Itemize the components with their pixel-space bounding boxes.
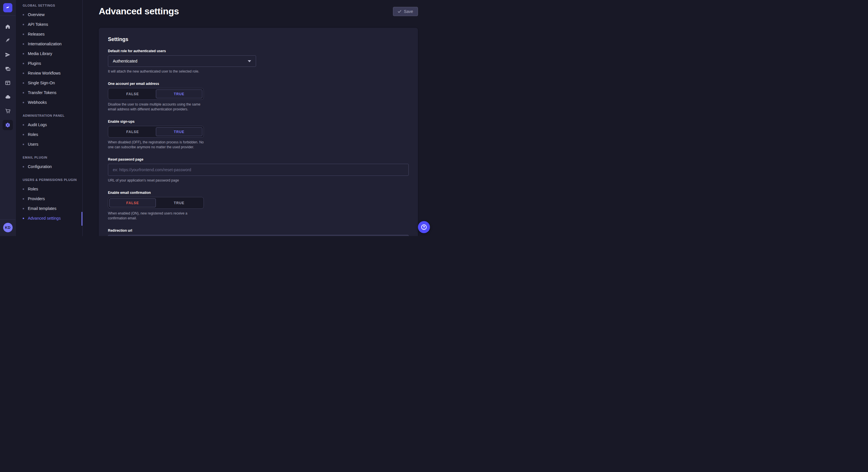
sidebar-item-configuration[interactable]: Configuration bbox=[23, 162, 82, 171]
sidebar-item-label: Users bbox=[28, 142, 38, 146]
main-nav-strip: KD bbox=[0, 0, 16, 236]
subnav-section-users-permissions-plugin: USERS & PERMISSIONS PLUGINRolesProviders… bbox=[23, 178, 82, 223]
sidebar-item-roles[interactable]: Roles bbox=[23, 130, 82, 139]
marketplace-cart-icon[interactable] bbox=[3, 106, 13, 116]
question-mark-icon bbox=[421, 224, 427, 231]
sidebar-item-label: Roles bbox=[28, 187, 38, 191]
sidebar-item-providers[interactable]: Providers bbox=[23, 194, 82, 204]
field-label: Default role for authenticated users bbox=[108, 49, 409, 53]
sidebar-item-label: Providers bbox=[28, 196, 45, 201]
page-header: Advanced settings Save bbox=[83, 0, 434, 16]
sidebar-item-email-templates[interactable]: Email templates bbox=[23, 204, 82, 213]
user-avatar[interactable]: KD bbox=[3, 223, 12, 232]
sidebar-item-label: Single Sign-On bbox=[28, 80, 55, 85]
sidebar-item-label: Plugins bbox=[28, 61, 41, 66]
sidebar-item-internationalization[interactable]: Internationalization bbox=[23, 39, 82, 49]
redirection-url-input[interactable] bbox=[108, 235, 409, 236]
subnav-section-email-plugin: EMAIL PLUGINConfiguration bbox=[23, 156, 82, 171]
one-account-toggle[interactable]: FALSE TRUE bbox=[108, 88, 204, 100]
main-content: Advanced settings Save Settings Default … bbox=[83, 0, 434, 236]
field-hint: URL of your application's reset password… bbox=[108, 178, 409, 183]
field-redirection-url: Redirection url bbox=[108, 229, 409, 236]
media-library-icon[interactable] bbox=[3, 64, 13, 74]
toggle-true-option[interactable]: TRUE bbox=[156, 127, 203, 136]
bullet-icon bbox=[23, 43, 24, 45]
help-button[interactable] bbox=[418, 221, 430, 233]
select-value: Authenticated bbox=[113, 59, 137, 63]
toggle-false-option[interactable]: FALSE bbox=[110, 127, 156, 136]
sign-ups-toggle[interactable]: FALSE TRUE bbox=[108, 126, 204, 138]
bullet-icon bbox=[23, 82, 24, 84]
feather-icon[interactable] bbox=[3, 36, 13, 46]
bullet-icon bbox=[23, 92, 24, 94]
page-title: Advanced settings bbox=[99, 6, 179, 16]
toggle-true-option[interactable]: TRUE bbox=[156, 198, 203, 207]
home-icon[interactable] bbox=[3, 22, 13, 32]
field-email-confirmation: Enable email confirmation FALSE TRUE Whe… bbox=[108, 191, 204, 221]
bullet-icon bbox=[23, 72, 24, 74]
sidebar-item-review-workflows[interactable]: Review Workflows bbox=[23, 68, 82, 78]
bullet-icon bbox=[23, 63, 24, 64]
panel-title: Settings bbox=[108, 36, 409, 42]
sidebar-item-media-library[interactable]: Media Library bbox=[23, 49, 82, 59]
sidebar-item-label: Advanced settings bbox=[28, 216, 61, 221]
bullet-icon bbox=[23, 24, 24, 25]
field-one-account: One account per email address FALSE TRUE… bbox=[108, 82, 204, 112]
subnav-section-header: GLOBAL SETTINGS bbox=[23, 4, 82, 7]
bullet-icon bbox=[23, 208, 24, 209]
subnav-section-administration-panel: ADMINISTRATION PANELAudit LogsRolesUsers bbox=[23, 114, 82, 149]
sidebar-item-users[interactable]: Users bbox=[23, 139, 82, 149]
sidebar-item-roles[interactable]: Roles bbox=[23, 184, 82, 194]
sidebar-item-label: Email templates bbox=[28, 206, 57, 211]
divider bbox=[0, 15, 16, 16]
sidebar-item-transfer-tokens[interactable]: Transfer Tokens bbox=[23, 88, 82, 98]
cloud-icon[interactable] bbox=[3, 92, 13, 102]
field-reset-password: Reset password page URL of your applicat… bbox=[108, 158, 409, 183]
bullet-icon bbox=[23, 217, 24, 219]
paper-plane-icon[interactable] bbox=[3, 49, 13, 60]
layout-icon[interactable] bbox=[3, 78, 13, 88]
sidebar-item-label: API Tokens bbox=[28, 22, 48, 27]
field-label: Enable sign-ups bbox=[108, 120, 204, 124]
save-button-label: Save bbox=[404, 9, 413, 14]
toggle-false-option[interactable]: FALSE bbox=[110, 90, 156, 98]
default-role-select[interactable]: Authenticated bbox=[108, 55, 256, 67]
field-label: Redirection url bbox=[108, 229, 409, 233]
bullet-icon bbox=[23, 53, 24, 55]
strapi-logo[interactable] bbox=[3, 3, 12, 12]
sidebar-item-audit-logs[interactable]: Audit Logs bbox=[23, 120, 82, 130]
sidebar-item-api-tokens[interactable]: API Tokens bbox=[23, 20, 82, 29]
sidebar-item-overview[interactable]: Overview bbox=[23, 10, 82, 20]
sidebar-item-releases[interactable]: Releases bbox=[23, 29, 82, 39]
sidebar-item-label: Audit Logs bbox=[28, 123, 47, 127]
subnav-section-header: EMAIL PLUGIN bbox=[23, 156, 82, 159]
sidebar-item-plugins[interactable]: Plugins bbox=[23, 59, 82, 68]
sidebar-item-single-sign-on[interactable]: Single Sign-On bbox=[23, 78, 82, 88]
sidebar-item-webhooks[interactable]: Webhooks bbox=[23, 98, 82, 107]
sidebar-item-label: Review Workflows bbox=[28, 71, 61, 75]
sidebar-item-advanced-settings[interactable]: Advanced settings bbox=[23, 213, 82, 223]
toggle-false-option[interactable]: FALSE bbox=[110, 198, 156, 207]
toggle-true-option[interactable]: TRUE bbox=[156, 90, 203, 98]
bullet-icon bbox=[23, 189, 24, 190]
field-hint: Disallow the user to create multiple acc… bbox=[108, 102, 204, 112]
field-sign-ups: Enable sign-ups FALSE TRUE When disabled… bbox=[108, 120, 204, 150]
bullet-icon bbox=[23, 14, 24, 15]
subnav-section-header: ADMINISTRATION PANEL bbox=[23, 114, 82, 117]
subnav-section-header: USERS & PERMISSIONS PLUGIN bbox=[23, 178, 82, 181]
sidebar-item-label: Releases bbox=[28, 32, 44, 36]
field-hint: It will attach the new authenticated use… bbox=[108, 69, 409, 74]
save-button[interactable]: Save bbox=[393, 7, 418, 16]
field-label: Reset password page bbox=[108, 158, 409, 162]
field-label: Enable email confirmation bbox=[108, 191, 204, 195]
sidebar-item-label: Roles bbox=[28, 132, 38, 137]
settings-panel: Settings Default role for authenticated … bbox=[99, 28, 418, 236]
settings-gear-icon[interactable] bbox=[3, 120, 13, 130]
email-confirmation-toggle[interactable]: FALSE TRUE bbox=[108, 197, 204, 209]
sidebar-item-label: Configuration bbox=[28, 164, 52, 169]
bullet-icon bbox=[23, 144, 24, 145]
reset-password-input[interactable] bbox=[108, 164, 409, 176]
field-label: One account per email address bbox=[108, 82, 204, 86]
bullet-icon bbox=[23, 102, 24, 103]
bullet-icon bbox=[23, 166, 24, 167]
